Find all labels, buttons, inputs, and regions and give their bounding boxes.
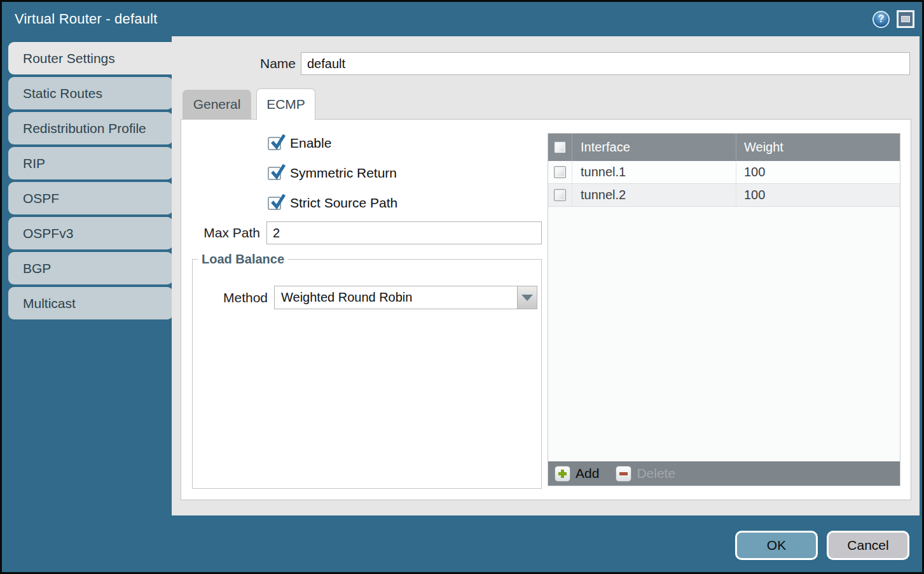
sidebar: Router Settings Static Routes Redistribu… xyxy=(2,42,172,319)
enable-row: Enable xyxy=(268,134,331,152)
name-input[interactable] xyxy=(301,52,910,75)
interface-cell[interactable]: tunnel.1 xyxy=(572,161,736,183)
load-balance-legend: Load Balance xyxy=(198,252,288,267)
restore-window-icon[interactable] xyxy=(897,10,914,28)
interface-column-header[interactable]: Interface xyxy=(572,134,736,161)
delete-button-label: Delete xyxy=(637,466,675,481)
delete-button[interactable]: Delete xyxy=(616,466,675,482)
table-footer: Add Delete xyxy=(548,461,900,486)
cancel-button[interactable]: Cancel xyxy=(827,531,909,560)
checkmark-icon xyxy=(269,192,287,211)
select-all-cell xyxy=(548,134,572,161)
symmetric-return-checkbox[interactable] xyxy=(268,167,281,180)
enable-checkbox[interactable] xyxy=(268,137,281,150)
symmetric-return-row: Symmetric Return xyxy=(268,164,397,182)
enable-label: Enable xyxy=(290,136,331,151)
sidebar-item-router-settings[interactable]: Router Settings xyxy=(8,42,173,74)
add-button-label: Add xyxy=(576,466,599,481)
sidebar-item-static-routes[interactable]: Static Routes xyxy=(8,77,173,109)
method-dropdown[interactable]: Weighted Round Robin xyxy=(274,286,537,309)
checkmark-icon xyxy=(269,132,287,151)
name-label: Name xyxy=(216,52,296,75)
sidebar-item-ospfv3[interactable]: OSPFv3 xyxy=(8,217,173,249)
add-button[interactable]: Add xyxy=(555,466,599,482)
sidebar-item-rip[interactable]: RIP xyxy=(8,147,173,179)
row-checkbox[interactable] xyxy=(554,189,566,201)
sidebar-item-multicast[interactable]: Multicast xyxy=(8,287,173,319)
sidebar-item-ospf[interactable]: OSPF xyxy=(8,182,173,214)
max-path-input[interactable] xyxy=(266,221,542,244)
help-icon[interactable]: ? xyxy=(872,11,890,28)
table-row[interactable]: tunnel.2 100 xyxy=(548,184,900,207)
row-checkbox[interactable] xyxy=(554,166,566,178)
select-all-checkbox[interactable] xyxy=(554,141,566,153)
table-empty-area xyxy=(548,207,900,461)
ok-button[interactable]: OK xyxy=(735,531,818,560)
strict-source-path-checkbox[interactable] xyxy=(268,197,281,210)
tab-general[interactable]: General xyxy=(183,90,251,119)
interface-cell[interactable]: tunnel.2 xyxy=(572,184,736,206)
tab-ecmp[interactable]: ECMP xyxy=(256,88,315,120)
chevron-down-icon xyxy=(521,295,533,301)
plus-icon xyxy=(555,466,570,482)
symmetric-return-label: Symmetric Return xyxy=(290,165,397,181)
ecmp-tab-panel: Enable Symmetric Return Strict Source Pa… xyxy=(181,119,911,500)
title-bar: Virtual Router - default ? xyxy=(2,2,922,36)
minus-icon xyxy=(616,466,631,482)
weight-cell[interactable]: 100 xyxy=(736,188,900,202)
checkmark-icon xyxy=(269,162,287,181)
restore-window-icon-glyph xyxy=(901,16,910,22)
row-checkbox-cell xyxy=(548,184,572,206)
load-balance-group: Load Balance Method Weighted Round Robin xyxy=(192,252,542,489)
virtual-router-dialog: Virtual Router - default ? Router Settin… xyxy=(0,0,924,574)
content-panel: Name General ECMP Enable Symm xyxy=(172,36,920,515)
method-label: Method xyxy=(199,286,268,309)
table-header: Interface Weight xyxy=(548,134,900,161)
method-selected-value: Weighted Round Robin xyxy=(275,290,517,305)
strict-source-path-label: Strict Source Path xyxy=(290,195,397,211)
max-path-label: Max Path xyxy=(181,221,260,244)
row-checkbox-cell xyxy=(548,161,572,183)
dropdown-button[interactable] xyxy=(517,286,537,309)
strict-source-path-row: Strict Source Path xyxy=(268,194,397,212)
table-row[interactable]: tunnel.1 100 xyxy=(548,161,900,184)
interface-table: Interface Weight tunnel.1 100 tunnel.2 1… xyxy=(548,133,900,486)
sidebar-item-bgp[interactable]: BGP xyxy=(8,252,173,284)
sidebar-item-redistribution-profile[interactable]: Redistribution Profile xyxy=(8,112,173,144)
weight-column-header[interactable]: Weight xyxy=(736,140,900,155)
weight-cell[interactable]: 100 xyxy=(736,165,900,179)
dialog-title: Virtual Router - default xyxy=(15,11,158,27)
